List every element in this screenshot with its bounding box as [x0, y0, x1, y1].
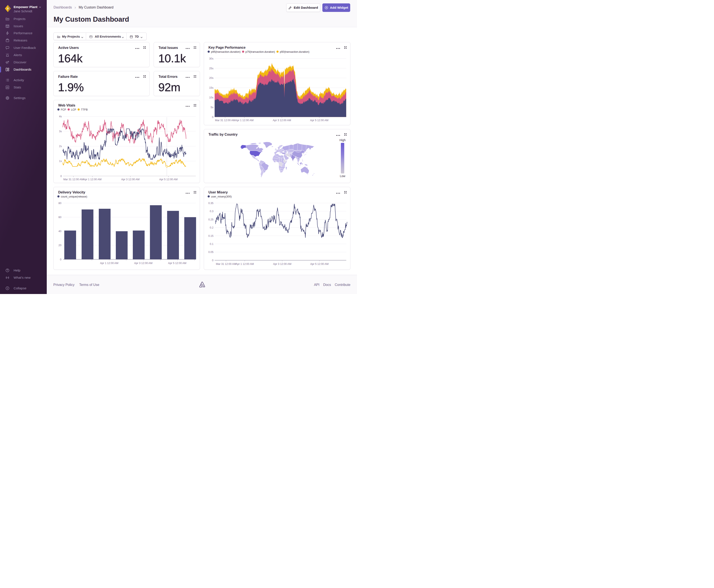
svg-text:0.2: 0.2 — [210, 226, 213, 229]
svg-text:Mar 31 12:00 AM: Mar 31 12:00 AM — [215, 119, 235, 122]
svg-text:Apr 5 12:00 AM: Apr 5 12:00 AM — [159, 178, 177, 181]
svg-text:0.3: 0.3 — [210, 210, 213, 213]
svg-text:40: 40 — [59, 230, 61, 233]
svg-text:0.25: 0.25 — [208, 218, 213, 221]
svg-text:80: 80 — [59, 202, 61, 205]
svg-text:Apr 3 12:00 AM: Apr 3 12:00 AM — [273, 119, 291, 122]
svg-text:Apr 1 12:00 AM: Apr 1 12:00 AM — [236, 262, 254, 266]
svg-text:60: 60 — [59, 216, 61, 219]
svg-text:0.1: 0.1 — [210, 243, 213, 246]
svg-text:Apr 1 12:00 AM: Apr 1 12:00 AM — [100, 262, 118, 265]
svg-text:Apr 5 12:00 AM: Apr 5 12:00 AM — [310, 262, 328, 266]
svg-text:2s: 2s — [59, 145, 62, 148]
svg-text:10s: 10s — [209, 96, 213, 99]
svg-text:0: 0 — [212, 259, 214, 262]
svg-text:20s: 20s — [209, 77, 213, 80]
svg-text:0.05: 0.05 — [208, 251, 213, 254]
svg-text:0.35: 0.35 — [208, 202, 213, 205]
svg-text:0: 0 — [60, 258, 61, 261]
svg-text:Apr 3 12:00 AM: Apr 3 12:00 AM — [134, 262, 152, 265]
svg-text:3s: 3s — [59, 130, 62, 133]
svg-text:Apr 3 12:00 AM: Apr 3 12:00 AM — [273, 262, 291, 266]
svg-text:25s: 25s — [209, 67, 213, 70]
svg-text:Mar 31 12:00 AM: Mar 31 12:00 AM — [216, 262, 236, 266]
svg-text:30s: 30s — [209, 57, 213, 60]
svg-text:1s: 1s — [59, 160, 62, 163]
svg-text:5s: 5s — [211, 106, 213, 109]
svg-text:Apr 5 12:00 AM: Apr 5 12:00 AM — [168, 262, 186, 265]
svg-text:Mar 31 12:00 AM: Mar 31 12:00 AM — [63, 178, 84, 181]
svg-text:0: 0 — [212, 115, 214, 119]
svg-text:Apr 5 12:00 AM: Apr 5 12:00 AM — [310, 119, 328, 122]
svg-text:Apr 3 12:00 AM: Apr 3 12:00 AM — [121, 178, 139, 181]
svg-text:4s: 4s — [59, 115, 62, 118]
svg-text:15s: 15s — [209, 86, 213, 89]
svg-text:0.15: 0.15 — [208, 234, 213, 237]
svg-text:Apr 1 12:00 AM: Apr 1 12:00 AM — [83, 178, 101, 181]
svg-text:0: 0 — [60, 175, 62, 178]
svg-text:20: 20 — [59, 244, 61, 247]
svg-text:Apr 1 12:00 AM: Apr 1 12:00 AM — [235, 119, 254, 122]
